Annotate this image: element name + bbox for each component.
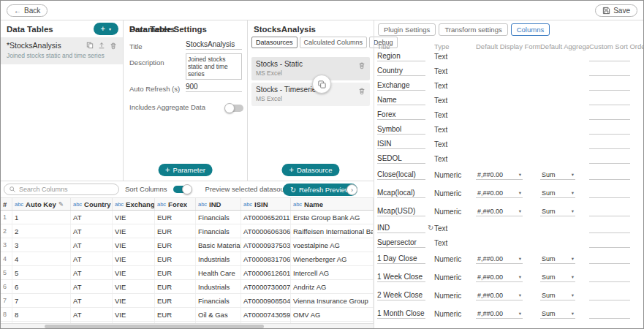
custom-sort-input[interactable] xyxy=(589,154,630,164)
column-type-label: Text xyxy=(434,140,476,148)
custom-sort-input[interactable] xyxy=(589,238,630,248)
grid-column-header-auto-key[interactable]: abcAuto Key✎ xyxy=(12,198,71,210)
add-datasource-button[interactable]: + Datasource xyxy=(281,164,339,176)
save-button[interactable]: Save xyxy=(595,4,637,17)
column-title-input[interactable] xyxy=(377,81,425,91)
datasource-item[interactable]: Stocks - TimeseriesMS Excel xyxy=(251,83,370,106)
expand-preview-button[interactable]: › xyxy=(346,184,357,195)
column-title-input[interactable] xyxy=(377,154,425,164)
aggregation-select[interactable]: Sum▾ xyxy=(540,291,575,300)
custom-sort-input[interactable] xyxy=(589,309,630,319)
join-datasources-button[interactable] xyxy=(312,75,331,94)
copy-icon[interactable] xyxy=(86,42,94,50)
format-select[interactable]: #,##0.00▾ xyxy=(476,291,523,300)
column-title-input[interactable] xyxy=(377,125,425,135)
custom-sort-input[interactable] xyxy=(589,291,630,300)
table-row[interactable]: 66ATVIEEURIndustrialsAT0000730007Andritz… xyxy=(1,280,374,294)
format-select[interactable]: #,##0.00▾ xyxy=(476,207,523,216)
tab-datasources[interactable]: Datasources xyxy=(251,37,298,48)
scrollbar-thumb[interactable] xyxy=(45,325,264,328)
custom-sort-input[interactable] xyxy=(589,170,630,180)
grid-column-header-exchange[interactable]: abcExchange xyxy=(113,198,155,210)
grid-column-header-isin[interactable]: abcISIN xyxy=(241,198,291,210)
data-table-item[interactable]: *StocksAnalysisJoined stocks static and … xyxy=(1,37,123,64)
description-textarea[interactable]: Joined stocks static and time series xyxy=(186,53,242,80)
custom-sort-input[interactable] xyxy=(589,189,630,198)
auto-refresh-input[interactable] xyxy=(186,83,242,92)
column-title-input[interactable] xyxy=(377,67,425,76)
format-select[interactable]: #,##0.00▾ xyxy=(476,273,523,282)
format-select[interactable]: #,##0.00▾ xyxy=(476,309,523,319)
aggregation-select[interactable]: Sum▾ xyxy=(540,207,575,216)
table-row[interactable]: 11ATVIEEURFinancialsAT0000652011Erste Gr… xyxy=(1,211,374,224)
format-select[interactable]: #,##0.00▾ xyxy=(476,189,523,198)
grid-column-header-country[interactable]: abcCountry xyxy=(71,198,113,210)
aggregation-select[interactable]: Sum▾ xyxy=(540,273,575,282)
column-title-input[interactable] xyxy=(377,52,425,61)
table-row[interactable]: 55ATVIEEURHealth CareAT0000612601Interce… xyxy=(1,266,374,280)
column-title-input[interactable] xyxy=(377,238,425,248)
grid-column-header-ind[interactable]: abcIND xyxy=(196,198,241,210)
custom-sort-input[interactable] xyxy=(589,67,630,76)
column-title-input[interactable] xyxy=(377,140,425,149)
data-table-name: *StocksAnalysis xyxy=(7,41,61,50)
refresh-icon: ↻ xyxy=(290,186,296,194)
column-title-input[interactable] xyxy=(377,291,425,300)
custom-sort-input[interactable] xyxy=(589,273,630,282)
table-row[interactable]: 22ATVIEEURFinancialsAT0000606306Raiffeis… xyxy=(1,224,374,238)
custom-sort-input[interactable] xyxy=(589,96,630,105)
aggregation-select[interactable]: Sum▾ xyxy=(540,189,575,198)
aggregation-select[interactable]: Sum▾ xyxy=(540,170,575,180)
text-type-icon: abc xyxy=(73,201,82,208)
columns-button[interactable]: Columns xyxy=(511,23,550,36)
column-title-input[interactable] xyxy=(377,96,425,105)
column-row: Text xyxy=(374,78,643,93)
horizontal-scrollbar[interactable] xyxy=(1,323,374,328)
custom-sort-input[interactable] xyxy=(589,110,630,120)
column-title-input[interactable] xyxy=(377,189,425,198)
table-row[interactable]: 44ATVIEEURIndustrialsAT0000831706Wienerb… xyxy=(1,252,374,266)
search-columns-input[interactable] xyxy=(19,186,114,193)
aggregation-select[interactable]: Sum▾ xyxy=(540,309,575,319)
datasource-item[interactable]: Stocks - StaticMS Excel xyxy=(251,57,370,80)
custom-sort-input[interactable] xyxy=(589,52,630,61)
column-title-input[interactable] xyxy=(377,207,425,216)
column-title-input[interactable] xyxy=(377,224,425,233)
includes-aggregate-toggle[interactable] xyxy=(226,105,243,112)
column-title-input[interactable] xyxy=(377,309,425,319)
chevron-down-icon: ▾ xyxy=(572,208,574,214)
format-select[interactable]: #,##0.00▾ xyxy=(476,170,523,180)
custom-sort-input[interactable] xyxy=(589,81,630,91)
trash-icon[interactable] xyxy=(110,42,117,50)
title-input[interactable] xyxy=(186,40,242,50)
column-title-input[interactable] xyxy=(377,110,425,120)
reset-icon[interactable]: ↻ xyxy=(428,224,433,232)
column-title-input[interactable] xyxy=(377,273,425,282)
grid-column-header-forex[interactable]: abcForex xyxy=(155,198,196,210)
app-root: ← Back Save Data Tables + ▾ *StocksAnaly… xyxy=(0,0,644,329)
grid-column-header-row-number[interactable]: # xyxy=(1,198,12,210)
custom-sort-input[interactable] xyxy=(589,224,630,233)
aggregation-select[interactable]: Sum▾ xyxy=(540,254,575,264)
table-row[interactable]: 77ATVIEEURFinancialsAT0000908504Vienna I… xyxy=(1,294,374,308)
custom-sort-input[interactable] xyxy=(589,125,630,135)
add-data-table-button[interactable]: + ▾ xyxy=(94,23,118,35)
table-row[interactable]: 88ATVIEEUROil & GasAT0000743059OMV AG xyxy=(1,308,374,322)
column-title-input[interactable] xyxy=(377,170,425,180)
upload-icon[interactable] xyxy=(98,42,105,50)
column-title-input[interactable] xyxy=(377,254,425,264)
grid-column-header-name[interactable]: abcName xyxy=(291,198,374,210)
transform-settings-button[interactable]: Transform settings xyxy=(439,23,507,36)
table-row[interactable]: 33ATVIEEURBasic MaterialsAT0000937503voe… xyxy=(1,238,374,252)
tab-calculated-columns[interactable]: Calculated Columns xyxy=(300,37,368,48)
add-parameter-button[interactable]: + Parameter xyxy=(158,164,213,176)
custom-sort-input[interactable] xyxy=(589,140,630,149)
custom-sort-input[interactable] xyxy=(589,207,630,216)
back-button[interactable]: ← Back xyxy=(7,4,48,17)
sort-columns-toggle[interactable] xyxy=(173,186,191,193)
plugin-settings-button[interactable]: Plugin Settings xyxy=(378,23,436,36)
trash-icon[interactable] xyxy=(358,61,365,69)
format-select[interactable]: #,##0.00▾ xyxy=(476,254,523,264)
custom-sort-input[interactable] xyxy=(589,254,630,264)
trash-icon[interactable] xyxy=(358,87,365,95)
